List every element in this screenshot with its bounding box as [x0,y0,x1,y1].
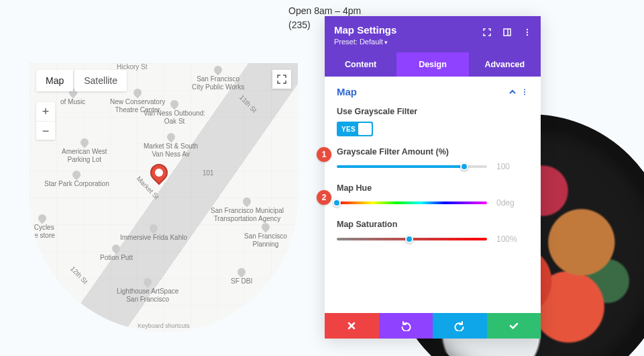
hue-slider[interactable] [337,202,487,204]
section-title: Map [337,86,357,97]
poi-label: Lighthouse ArtSpace San Francisco [117,287,178,304]
close-icon [347,321,356,330]
map-poi: New Conservatory Theatre Center [110,89,165,114]
zoom-out-button[interactable]: − [36,121,55,140]
svg-point-3 [527,32,528,33]
road-label: 12th St [69,265,89,285]
expand-icon-button[interactable] [479,24,495,40]
field-map-hue: Map Hue 0deg [337,183,529,208]
poi-pin-icon [169,99,180,110]
chevron-up-icon[interactable] [508,88,517,96]
toggle-yes-label: YES [338,126,359,133]
check-icon [508,320,519,331]
map-poi: Lighthouse ArtSpace San Francisco [117,278,178,304]
field-grayscale-toggle: Use Grayscale Filter YES [337,107,529,136]
map-poi: Van Ness Outbound: Oak St [144,100,205,126]
zoom-in-button[interactable]: + [36,102,55,121]
section-actions [508,88,529,96]
svg-point-4 [527,34,528,36]
grayscale-toggle[interactable]: YES [337,122,373,136]
dock-icon [502,28,512,37]
map-type-toolbar: Map Satellite [36,70,127,91]
poi-label: t Cycles cle store [30,224,55,240]
svg-rect-0 [504,29,511,36]
field-grayscale-amount: Grayscale Filter Amount (%) 100 [337,147,529,171]
poi-label: Immersive Frida Kahlo [120,234,187,242]
hue-label: Map Hue [337,183,529,193]
grayscale-amount-slider[interactable] [337,165,487,168]
poi-pin-icon [78,137,90,148]
slider-thumb[interactable] [333,199,341,207]
poi-pin-icon [236,267,248,278]
zoom-controls: + − [36,102,55,140]
redo-icon [454,320,465,331]
map-poi: Immersive Frida Kahlo [120,224,187,242]
map-type-map-button[interactable]: Map [36,70,73,91]
poi-label: San Francisco City Public Works [192,75,244,91]
poi-pin-icon [71,169,83,181]
field-map-saturation: Map Saturation 100% [337,220,529,244]
keyboard-shortcuts-link[interactable]: Keyboard shortcuts [138,322,190,329]
map-marker-main[interactable] [147,161,172,185]
poi-pin-icon [111,243,122,255]
tab-advanced[interactable]: Advanced [469,52,541,77]
map-poi: San Francisco Planning [244,223,287,249]
svg-point-5 [524,89,525,90]
tab-design[interactable]: Design [396,52,468,77]
poi-label: Potion Putt [100,254,133,262]
expand-icon [482,28,492,37]
more-menu-button[interactable] [519,24,535,40]
panel-footer [325,313,541,339]
grayscale-label: Use Grayscale Filter [337,107,529,116]
tab-content[interactable]: Content [325,52,396,77]
saturation-slider[interactable] [337,238,487,240]
poi-pin-icon [241,196,253,208]
poi-pin-icon [213,64,224,76]
poi-label: San Francisco Planning [244,232,287,249]
fullscreen-icon [277,75,286,84]
road-label: 11th St [238,93,258,114]
road-label: 101 [203,169,214,177]
annotation-badge-1: 1 [317,147,331,162]
poi-pin-icon [148,223,160,234]
redo-button[interactable] [433,313,487,339]
map-type-satellite-button[interactable]: Satellite [74,70,127,91]
section-header-map[interactable]: Map [337,86,529,97]
map-container: Map Satellite + − San Francisco City Pub… [30,63,298,332]
map-poi: Market St & South Van Ness Av [144,133,198,159]
svg-point-7 [524,93,525,95]
undo-icon [400,320,411,331]
svg-point-6 [524,91,525,93]
panel-header: Map Settings Preset: Default [325,16,541,52]
poi-label: San Francisco Municipal Transportation A… [211,207,284,223]
poi-label: Market St & South Van Ness Av [144,142,198,159]
poi-pin-icon [165,132,176,143]
dock-icon-button[interactable] [499,24,515,40]
map-canvas[interactable]: Map Satellite + − San Francisco City Pub… [30,63,298,332]
map-poi: Star Park Corporation [44,171,109,188]
poi-label: New Conservatory Theatre Center [110,98,165,114]
poi-label: Star Park Corporation [44,180,109,188]
fullscreen-button[interactable] [272,70,291,89]
map-poi: American West Parking Lot [62,138,107,164]
sat-label: Map Saturation [337,220,529,229]
hue-value[interactable]: 0deg [496,198,529,208]
more-vertical-icon[interactable] [521,88,529,96]
poi-label: American West Parking Lot [62,148,107,164]
panel-body: Map Use Grayscale Filter YES Grayscale F… [325,77,541,313]
undo-button[interactable] [379,313,433,339]
more-vertical-icon [523,28,532,37]
map-poi: San Francisco Municipal Transportation A… [211,197,284,223]
amount-value[interactable]: 100 [496,162,529,171]
poi-label: Van Ness Outbound: Oak St [144,109,205,126]
cancel-button[interactable] [325,313,379,339]
save-button[interactable] [487,313,541,339]
panel-tabs: Content Design Advanced [325,52,541,77]
map-poi: t Cycles cle store [30,214,55,240]
sat-value[interactable]: 100% [496,234,529,244]
map-settings-panel: Map Settings Preset: Default Content Des… [325,16,541,339]
svg-point-2 [527,29,528,30]
slider-thumb[interactable] [460,163,468,171]
slider-thumb[interactable] [405,235,413,243]
poi-label: of Music [60,98,85,106]
